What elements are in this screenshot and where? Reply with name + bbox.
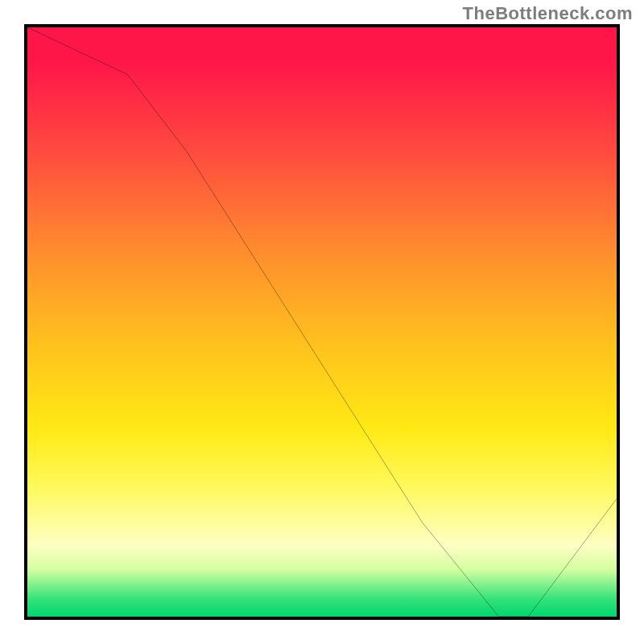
attribution-text: TheBottleneck.com (463, 3, 633, 24)
chart-container: TheBottleneck.com (0, 0, 644, 644)
plot-area (24, 24, 620, 620)
line-series (27, 27, 617, 617)
